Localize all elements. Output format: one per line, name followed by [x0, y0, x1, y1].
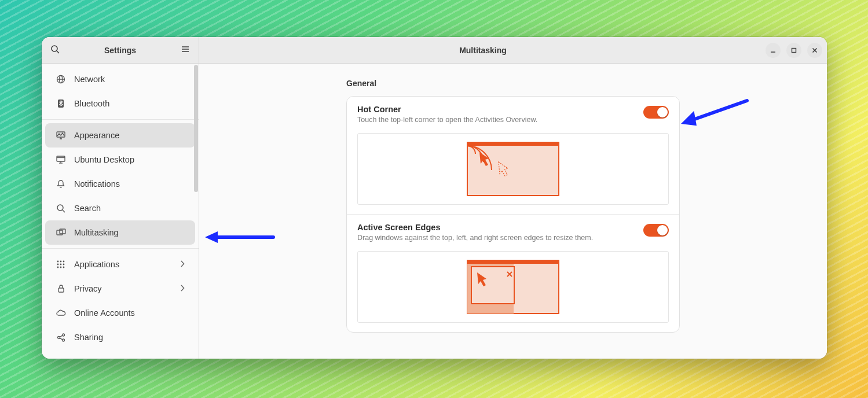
sidebar-item-network[interactable]: Network	[45, 67, 195, 91]
grid-icon	[56, 259, 66, 270]
multitask-icon	[56, 227, 66, 238]
svg-line-1	[57, 51, 59, 53]
sidebar-item-applications[interactable]: Applications	[45, 252, 195, 277]
hamburger-menu-button[interactable]	[175, 40, 195, 60]
sidebar-item-label: Ubuntu Desktop	[74, 155, 185, 164]
row-subtitle: Touch the top-left corner to open the Ac…	[357, 115, 635, 125]
active-edges-toggle[interactable]	[643, 224, 669, 237]
svg-point-30	[57, 336, 60, 338]
sidebar-item-label: Applications	[74, 260, 172, 269]
hamburger-icon	[181, 45, 190, 56]
globe-icon	[56, 74, 66, 84]
window-controls	[766, 43, 822, 58]
sidebar-scrollbar[interactable]	[194, 65, 198, 192]
desktop-icon	[56, 154, 66, 165]
sidebar-item-label: Sharing	[74, 333, 185, 342]
chevron-right-icon	[180, 260, 185, 269]
bluetooth-icon	[56, 98, 66, 109]
cloud-icon	[56, 308, 66, 318]
sidebar-header: Settings	[42, 37, 199, 64]
svg-point-31	[62, 334, 64, 336]
sidebar-item-label: Bluetooth	[74, 99, 185, 108]
svg-point-32	[62, 339, 64, 341]
hot-corner-illustration	[357, 133, 669, 205]
bell-icon	[56, 179, 66, 189]
settings-panel: General Hot Corner Touch the top-left co…	[346, 79, 680, 344]
svg-rect-12	[57, 156, 65, 161]
app-title: Settings	[67, 46, 173, 55]
search-button[interactable]	[45, 40, 65, 60]
sidebar-item-label: Network	[74, 75, 185, 84]
sidebar-item-label: Multitasking	[74, 228, 185, 237]
sidebar-item-privacy[interactable]: Privacy	[45, 277, 195, 301]
close-button[interactable]	[807, 43, 822, 58]
sidebar-item-multitasking[interactable]: Multitasking	[45, 220, 195, 245]
sidebar-separator	[42, 119, 199, 120]
search-icon	[50, 45, 60, 56]
content-header: Multitasking	[199, 37, 827, 64]
section-title: General	[346, 79, 680, 88]
sidebar-item-ubuntu-desktop[interactable]: Ubuntu Desktop	[45, 148, 195, 172]
minimize-icon	[770, 45, 776, 56]
sidebar-separator	[42, 248, 199, 249]
svg-point-25	[63, 264, 65, 266]
desktop-wallpaper: Settings Network	[0, 0, 868, 398]
svg-rect-40	[467, 142, 559, 146]
svg-point-27	[60, 267, 62, 268]
sidebar-item-bluetooth[interactable]: Bluetooth	[45, 91, 195, 116]
content: Multitasking	[199, 37, 827, 359]
row-title: Active Screen Edges	[357, 223, 635, 232]
content-body: General Hot Corner Touch the top-left co…	[199, 64, 827, 359]
sidebar-item-search[interactable]: Search	[45, 196, 195, 220]
general-card: Hot Corner Touch the top-left corner to …	[346, 96, 680, 333]
svg-point-16	[57, 205, 63, 211]
sidebar-item-label: Online Accounts	[74, 308, 185, 318]
sidebar-item-notifications[interactable]: Notifications	[45, 172, 195, 196]
svg-rect-36	[792, 48, 796, 52]
svg-rect-42	[467, 260, 559, 264]
svg-point-20	[57, 261, 59, 263]
active-edges-illustration	[357, 251, 669, 323]
row-title: Hot Corner	[357, 105, 635, 114]
sidebar-item-label: Privacy	[74, 284, 172, 293]
sidebar-item-appearance[interactable]: Appearance	[45, 123, 195, 148]
row-hot-corner: Hot Corner Touch the top-left corner to …	[347, 97, 679, 215]
close-icon	[812, 45, 818, 56]
row-active-edges: Active Screen Edges Drag windows against…	[347, 215, 679, 332]
svg-line-17	[63, 210, 65, 212]
svg-point-21	[60, 261, 62, 263]
svg-line-33	[60, 335, 63, 337]
svg-point-26	[57, 267, 59, 268]
chevron-right-icon	[180, 284, 185, 293]
svg-line-34	[60, 338, 63, 340]
svg-point-24	[60, 264, 62, 266]
appearance-icon	[56, 130, 66, 141]
sidebar-item-sharing[interactable]: Sharing	[45, 325, 195, 349]
search-icon	[56, 203, 66, 213]
page-title: Multitasking	[204, 46, 762, 55]
sidebar: Settings Network	[42, 37, 199, 359]
settings-window: Settings Network	[42, 37, 827, 359]
minimize-button[interactable]	[766, 43, 781, 58]
sidebar-item-label: Search	[74, 204, 185, 213]
maximize-icon	[791, 45, 797, 56]
lock-icon	[56, 283, 66, 294]
maximize-button[interactable]	[786, 43, 801, 58]
share-icon	[56, 332, 66, 342]
sidebar-item-label: Notifications	[74, 179, 185, 189]
sidebar-list: Network Bluetooth Appearance	[42, 64, 199, 359]
sidebar-item-label: Appearance	[74, 131, 185, 140]
svg-point-28	[63, 267, 65, 268]
svg-rect-29	[58, 288, 64, 292]
sidebar-item-online-accounts[interactable]: Online Accounts	[45, 301, 195, 325]
svg-point-23	[57, 264, 59, 266]
hot-corner-toggle[interactable]	[643, 106, 669, 119]
svg-point-22	[63, 261, 65, 263]
svg-point-0	[52, 46, 57, 51]
row-subtitle: Drag windows against the top, left, and …	[357, 233, 635, 243]
